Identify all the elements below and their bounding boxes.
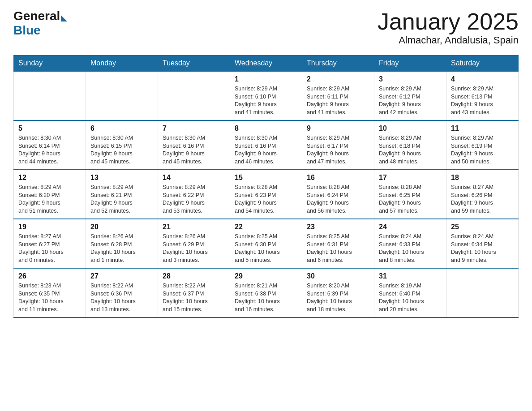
day-number: 9 [307, 124, 369, 133]
day-info: Sunrise: 8:29 AM Sunset: 6:20 PM Dayligh… [18, 184, 81, 215]
day-number: 23 [307, 223, 369, 231]
calendar-cell: 2Sunrise: 8:29 AM Sunset: 6:11 PM Daylig… [302, 71, 374, 120]
day-number: 29 [235, 272, 297, 280]
day-number: 26 [18, 272, 81, 280]
day-number: 25 [451, 223, 514, 231]
day-info: Sunrise: 8:30 AM Sunset: 6:16 PM Dayligh… [163, 134, 225, 166]
calendar-week-row: 5Sunrise: 8:30 AM Sunset: 6:14 PM Daylig… [14, 120, 519, 170]
calendar-week-row: 26Sunrise: 8:23 AM Sunset: 6:35 PM Dayli… [14, 268, 519, 317]
day-number: 8 [235, 124, 297, 133]
day-info: Sunrise: 8:29 AM Sunset: 6:22 PM Dayligh… [163, 184, 225, 215]
day-info: Sunrise: 8:30 AM Sunset: 6:15 PM Dayligh… [90, 134, 153, 166]
calendar-week-row: 1Sunrise: 8:29 AM Sunset: 6:10 PM Daylig… [14, 71, 519, 120]
calendar-day-header: Monday [86, 56, 158, 72]
calendar-table: SundayMondayTuesdayWednesdayThursdayFrid… [13, 55, 519, 318]
calendar-cell: 3Sunrise: 8:29 AM Sunset: 6:12 PM Daylig… [374, 71, 446, 120]
calendar-cell: 23Sunrise: 8:25 AM Sunset: 6:31 PM Dayli… [302, 219, 374, 268]
calendar-cell: 22Sunrise: 8:25 AM Sunset: 6:30 PM Dayli… [230, 219, 302, 268]
day-info: Sunrise: 8:22 AM Sunset: 6:36 PM Dayligh… [90, 282, 153, 313]
day-info: Sunrise: 8:20 AM Sunset: 6:39 PM Dayligh… [307, 282, 369, 313]
calendar-week-row: 12Sunrise: 8:29 AM Sunset: 6:20 PM Dayli… [14, 170, 519, 219]
calendar-cell: 25Sunrise: 8:24 AM Sunset: 6:34 PM Dayli… [446, 219, 519, 268]
day-info: Sunrise: 8:29 AM Sunset: 6:21 PM Dayligh… [90, 184, 153, 215]
calendar-cell: 1Sunrise: 8:29 AM Sunset: 6:10 PM Daylig… [230, 71, 302, 120]
calendar-cell: 31Sunrise: 8:19 AM Sunset: 6:40 PM Dayli… [374, 268, 446, 317]
calendar-cell: 13Sunrise: 8:29 AM Sunset: 6:21 PM Dayli… [86, 170, 158, 219]
calendar-cell: 10Sunrise: 8:29 AM Sunset: 6:18 PM Dayli… [374, 120, 446, 170]
day-number: 16 [307, 174, 369, 182]
day-info: Sunrise: 8:28 AM Sunset: 6:24 PM Dayligh… [307, 184, 369, 215]
calendar-cell: 27Sunrise: 8:22 AM Sunset: 6:36 PM Dayli… [86, 268, 158, 317]
day-number: 7 [163, 124, 225, 133]
day-number: 28 [163, 272, 225, 280]
day-info: Sunrise: 8:28 AM Sunset: 6:25 PM Dayligh… [379, 184, 442, 215]
day-number: 22 [235, 223, 297, 231]
calendar-cell: 15Sunrise: 8:28 AM Sunset: 6:23 PM Dayli… [230, 170, 302, 219]
calendar-cell: 30Sunrise: 8:20 AM Sunset: 6:39 PM Dayli… [302, 268, 374, 317]
calendar-cell: 29Sunrise: 8:21 AM Sunset: 6:38 PM Dayli… [230, 268, 302, 317]
calendar-cell: 11Sunrise: 8:29 AM Sunset: 6:19 PM Dayli… [446, 120, 519, 170]
calendar-cell: 18Sunrise: 8:27 AM Sunset: 6:26 PM Dayli… [446, 170, 519, 219]
day-number: 20 [90, 223, 153, 231]
calendar-cell: 8Sunrise: 8:30 AM Sunset: 6:16 PM Daylig… [230, 120, 302, 170]
calendar-cell [86, 71, 158, 120]
day-info: Sunrise: 8:25 AM Sunset: 6:31 PM Dayligh… [307, 233, 369, 264]
day-info: Sunrise: 8:19 AM Sunset: 6:40 PM Dayligh… [379, 282, 442, 313]
day-number: 2 [307, 75, 369, 83]
calendar-cell: 9Sunrise: 8:29 AM Sunset: 6:17 PM Daylig… [302, 120, 374, 170]
calendar-cell: 28Sunrise: 8:22 AM Sunset: 6:37 PM Dayli… [158, 268, 230, 317]
calendar-cell: 14Sunrise: 8:29 AM Sunset: 6:22 PM Dayli… [158, 170, 230, 219]
day-info: Sunrise: 8:30 AM Sunset: 6:14 PM Dayligh… [18, 134, 81, 166]
calendar-cell [14, 71, 86, 120]
day-number: 5 [18, 124, 81, 133]
day-info: Sunrise: 8:26 AM Sunset: 6:29 PM Dayligh… [163, 233, 225, 264]
calendar-week-row: 19Sunrise: 8:27 AM Sunset: 6:27 PM Dayli… [14, 219, 519, 268]
day-info: Sunrise: 8:22 AM Sunset: 6:37 PM Dayligh… [163, 282, 225, 313]
page-header: General Blue January 2025 Almachar, Anda… [13, 9, 519, 46]
logo: General Blue [13, 9, 68, 38]
day-number: 21 [163, 223, 225, 231]
day-number: 12 [18, 174, 81, 182]
day-number: 19 [18, 223, 81, 231]
day-info: Sunrise: 8:25 AM Sunset: 6:30 PM Dayligh… [235, 233, 297, 264]
calendar-cell: 17Sunrise: 8:28 AM Sunset: 6:25 PM Dayli… [374, 170, 446, 219]
day-info: Sunrise: 8:27 AM Sunset: 6:26 PM Dayligh… [451, 184, 514, 215]
calendar-cell: 6Sunrise: 8:30 AM Sunset: 6:15 PM Daylig… [86, 120, 158, 170]
day-number: 15 [235, 174, 297, 182]
day-number: 4 [451, 75, 514, 83]
calendar-day-header: Wednesday [230, 56, 302, 72]
calendar-day-header: Thursday [302, 56, 374, 72]
calendar-cell: 26Sunrise: 8:23 AM Sunset: 6:35 PM Dayli… [14, 268, 86, 317]
day-number: 27 [90, 272, 153, 280]
calendar-day-header: Sunday [14, 56, 86, 72]
day-info: Sunrise: 8:27 AM Sunset: 6:27 PM Dayligh… [18, 233, 81, 264]
day-number: 10 [379, 124, 442, 133]
calendar-cell: 7Sunrise: 8:30 AM Sunset: 6:16 PM Daylig… [158, 120, 230, 170]
day-number: 13 [90, 174, 153, 182]
day-info: Sunrise: 8:29 AM Sunset: 6:10 PM Dayligh… [235, 85, 297, 116]
day-number: 18 [451, 174, 514, 182]
calendar-cell: 20Sunrise: 8:26 AM Sunset: 6:28 PM Dayli… [86, 219, 158, 268]
calendar-cell: 16Sunrise: 8:28 AM Sunset: 6:24 PM Dayli… [302, 170, 374, 219]
day-info: Sunrise: 8:28 AM Sunset: 6:23 PM Dayligh… [235, 184, 297, 215]
calendar-cell: 4Sunrise: 8:29 AM Sunset: 6:13 PM Daylig… [446, 71, 519, 120]
day-number: 30 [307, 272, 369, 280]
day-info: Sunrise: 8:24 AM Sunset: 6:34 PM Dayligh… [451, 233, 514, 264]
day-info: Sunrise: 8:29 AM Sunset: 6:19 PM Dayligh… [451, 134, 514, 166]
day-info: Sunrise: 8:21 AM Sunset: 6:38 PM Dayligh… [235, 282, 297, 313]
day-number: 31 [379, 272, 442, 280]
day-info: Sunrise: 8:29 AM Sunset: 6:12 PM Dayligh… [379, 85, 442, 116]
day-number: 24 [379, 223, 442, 231]
day-info: Sunrise: 8:29 AM Sunset: 6:18 PM Dayligh… [379, 134, 442, 166]
day-number: 1 [235, 75, 297, 83]
day-info: Sunrise: 8:23 AM Sunset: 6:35 PM Dayligh… [18, 282, 81, 313]
day-number: 3 [379, 75, 442, 83]
calendar-cell [158, 71, 230, 120]
day-number: 11 [451, 124, 514, 133]
day-info: Sunrise: 8:29 AM Sunset: 6:13 PM Dayligh… [451, 85, 514, 116]
day-info: Sunrise: 8:29 AM Sunset: 6:17 PM Dayligh… [307, 134, 369, 166]
location-title: Almachar, Andalusia, Spain [378, 34, 519, 46]
day-number: 6 [90, 124, 153, 133]
calendar-cell: 21Sunrise: 8:26 AM Sunset: 6:29 PM Dayli… [158, 219, 230, 268]
day-info: Sunrise: 8:24 AM Sunset: 6:33 PM Dayligh… [379, 233, 442, 264]
